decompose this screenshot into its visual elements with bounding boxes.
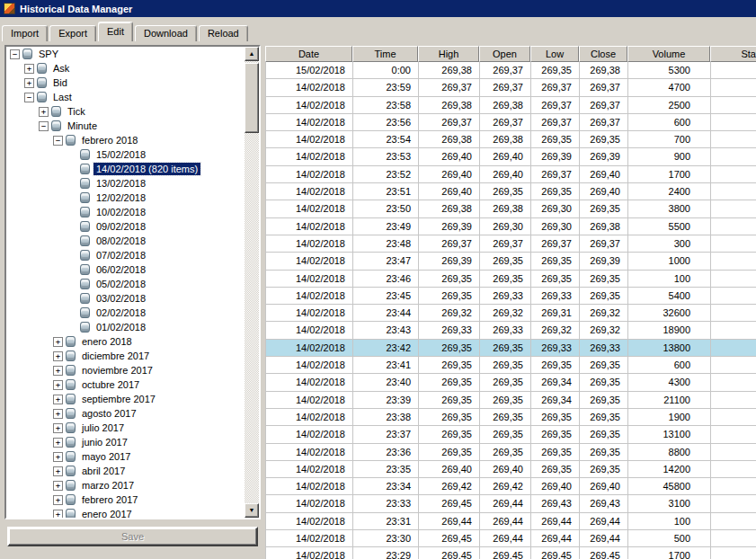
expand-toggle-icon[interactable]: +	[24, 64, 34, 74]
grid-row[interactable]: 14/02/201823:36269,35269,35269,35269,358…	[266, 444, 756, 461]
grid-row[interactable]: 15/02/20180:00269,38269,37269,35269,3853…	[266, 62, 756, 79]
expand-toggle-icon[interactable]: +	[24, 78, 34, 88]
tree-item[interactable]: 07/02/2018	[6, 248, 245, 262]
expand-toggle-icon[interactable]: +	[53, 337, 63, 347]
tab-edit[interactable]: Edit	[98, 22, 133, 41]
scroll-up-icon[interactable]: ▲	[245, 47, 259, 61]
tree-item[interactable]: +enero 2017	[6, 507, 245, 518]
tab-export[interactable]: Export	[49, 25, 96, 41]
tree-item[interactable]: +enero 2018	[6, 334, 245, 349]
column-header-volume[interactable]: Volume	[627, 46, 710, 62]
grid-row[interactable]: 14/02/201823:46269,35269,35269,35269,351…	[266, 271, 756, 288]
collapse-toggle-icon[interactable]: −	[24, 93, 34, 102]
tree-item[interactable]: 10/02/2018	[6, 205, 245, 219]
tree-item[interactable]: −febrero 2018	[6, 133, 245, 147]
grid-row[interactable]: 14/02/201823:34269,42269,42269,40269,404…	[266, 478, 756, 495]
column-header-open[interactable]: Open	[479, 46, 530, 62]
column-header-time[interactable]: Time	[352, 46, 418, 62]
collapse-toggle-icon[interactable]: −	[39, 121, 49, 131]
tree-item[interactable]: +diciembre 2017	[6, 349, 245, 363]
tree-item[interactable]: +octubre 2017	[6, 377, 245, 392]
tree-item[interactable]: +marzo 2017	[6, 478, 245, 492]
tree-item[interactable]: +abril 2017	[6, 464, 245, 478]
expand-toggle-icon[interactable]: +	[53, 438, 63, 448]
tree-item[interactable]: 05/02/2018	[6, 277, 245, 291]
tree-item[interactable]: 01/02/2018	[6, 320, 245, 334]
column-header-status[interactable]: Status	[710, 46, 756, 62]
expand-toggle-icon[interactable]: +	[53, 395, 63, 404]
tree-item[interactable]: +noviembre 2017	[6, 363, 245, 377]
expand-toggle-icon[interactable]: +	[53, 409, 63, 419]
tab-import[interactable]: Import	[2, 25, 48, 41]
tree-item[interactable]: 08/02/2018	[6, 234, 245, 248]
grid-row[interactable]: 14/02/201823:59269,37269,37269,37269,374…	[266, 79, 756, 96]
tree-item[interactable]: 14/02/2018 (820 items)	[6, 162, 245, 176]
expand-toggle-icon[interactable]: +	[53, 495, 63, 505]
tree-item[interactable]: 09/02/2018	[6, 219, 245, 234]
grid-row[interactable]: 14/02/201823:47269,39269,35269,35269,391…	[266, 253, 756, 270]
grid-row[interactable]: 14/02/201823:30269,45269,44269,44269,445…	[266, 530, 756, 547]
grid-row[interactable]: 14/02/201823:44269,32269,32269,31269,323…	[266, 305, 756, 322]
grid-row[interactable]: 14/02/201823:41269,35269,35269,35269,356…	[266, 357, 756, 374]
expand-toggle-icon[interactable]: +	[53, 452, 63, 462]
grid-row[interactable]: 14/02/201823:52269,40269,40269,37269,401…	[266, 166, 756, 183]
grid-row[interactable]: 14/02/201823:58269,38269,38269,37269,372…	[266, 97, 756, 114]
tree-item[interactable]: 13/02/2018	[6, 176, 245, 191]
grid-row[interactable]: 14/02/201823:38269,35269,35269,35269,351…	[266, 409, 756, 426]
tree-item[interactable]: +septiembre 2017	[6, 392, 245, 406]
expand-toggle-icon[interactable]: +	[53, 510, 63, 519]
grid-row[interactable]: 14/02/201823:29269,45269,45269,45269,451…	[266, 547, 756, 559]
grid-row[interactable]: 14/02/201823:42269,35269,35269,33269,331…	[266, 340, 756, 357]
grid-row[interactable]: 14/02/201823:39269,35269,35269,34269,352…	[266, 392, 756, 409]
tree-item[interactable]: +julio 2017	[6, 421, 245, 435]
expand-toggle-icon[interactable]: +	[53, 351, 63, 361]
tree-item[interactable]: +mayo 2017	[6, 449, 245, 464]
expand-toggle-icon[interactable]: +	[53, 380, 63, 390]
grid-row[interactable]: 14/02/201823:50269,38269,38269,30269,353…	[266, 200, 756, 217]
column-header-close[interactable]: Close	[579, 46, 627, 62]
grid-row[interactable]: 14/02/201823:48269,37269,37269,37269,373…	[266, 235, 756, 253]
expand-toggle-icon[interactable]: +	[39, 107, 49, 117]
tree-item[interactable]: 03/02/2018	[6, 291, 245, 306]
tree-item[interactable]: 02/02/2018	[6, 306, 245, 320]
grid-row[interactable]: 14/02/201823:54269,38269,38269,35269,357…	[266, 131, 756, 148]
expand-toggle-icon[interactable]: +	[53, 466, 63, 476]
scroll-down-icon[interactable]: ▼	[245, 503, 259, 518]
grid-row[interactable]: 14/02/201823:37269,35269,35269,35269,351…	[266, 426, 756, 443]
tree-item[interactable]: +Ask	[6, 61, 245, 75]
grid-row[interactable]: 14/02/201823:51269,40269,35269,35269,402…	[266, 183, 756, 200]
tree-item[interactable]: 15/02/2018	[6, 147, 245, 162]
column-header-date[interactable]: Date	[265, 46, 352, 62]
grid-row[interactable]: 14/02/201823:40269,35269,35269,34269,354…	[266, 374, 756, 391]
grid-row[interactable]: 14/02/201823:45269,35269,33269,33269,355…	[266, 288, 756, 305]
tree-item[interactable]: +junio 2017	[6, 435, 245, 449]
grid-row[interactable]: 14/02/201823:43269,33269,33269,32269,321…	[266, 322, 756, 339]
grid-row[interactable]: 14/02/201823:33269,45269,44269,43269,433…	[266, 495, 756, 512]
tree-item[interactable]: +agosto 2017	[6, 406, 245, 421]
save-button[interactable]: Save	[7, 527, 258, 546]
column-header-high[interactable]: High	[418, 46, 479, 62]
expand-toggle-icon[interactable]: +	[53, 423, 63, 433]
grid-row[interactable]: 14/02/201823:31269,44269,44269,44269,441…	[266, 513, 756, 530]
tree-item[interactable]: +febrero 2017	[6, 492, 245, 507]
scroll-thumb[interactable]	[245, 63, 259, 133]
expand-toggle-icon[interactable]: +	[53, 481, 63, 491]
tree-item[interactable]: −SPY	[6, 47, 245, 61]
expand-toggle-icon[interactable]: +	[53, 366, 63, 376]
grid-row[interactable]: 14/02/201823:49269,39269,30269,30269,385…	[266, 218, 756, 235]
collapse-toggle-icon[interactable]: −	[10, 49, 20, 59]
grid-row[interactable]: 14/02/201823:35269,40269,40269,35269,351…	[266, 461, 756, 478]
tree-scrollbar-track[interactable]: ▲ ▼	[245, 47, 259, 518]
column-header-low[interactable]: Low	[530, 46, 579, 62]
tree-item[interactable]: 12/02/2018	[6, 191, 245, 205]
tree-item[interactable]: +Bid	[6, 75, 245, 90]
tab-reload[interactable]: Reload	[199, 25, 248, 41]
tab-download[interactable]: Download	[135, 25, 197, 41]
collapse-toggle-icon[interactable]: −	[53, 136, 63, 146]
tree-item[interactable]: +Tick	[6, 104, 245, 119]
tree-item[interactable]: −Last	[6, 90, 245, 104]
grid-row[interactable]: 14/02/201823:56269,37269,37269,37269,376…	[266, 114, 756, 131]
tree-item[interactable]: 06/02/2018	[6, 262, 245, 277]
tree-item[interactable]: −Minute	[6, 119, 245, 133]
grid-row[interactable]: 14/02/201823:53269,40269,40269,39269,399…	[266, 148, 756, 165]
